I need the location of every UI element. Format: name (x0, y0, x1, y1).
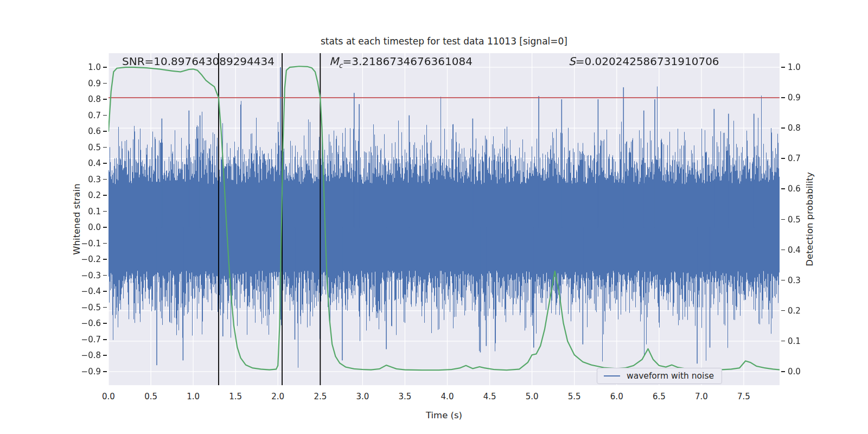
x-tick-label: 2.5 (312, 392, 328, 401)
left-tick-label: 0.0 (80, 222, 101, 232)
left-tick-mark (103, 323, 107, 324)
x-tick-label: 4.5 (482, 392, 498, 401)
right-tick-mark (781, 188, 785, 189)
left-tick-label: −0.9 (80, 367, 101, 376)
legend-line-sample (604, 375, 620, 376)
right-tick-mark (781, 67, 785, 68)
right-tick-label: 0.0 (788, 367, 801, 376)
left-tick-label: 0.4 (80, 158, 101, 168)
x-tick-label: 1.0 (185, 392, 201, 401)
figure: stats at each timestep for test data 110… (0, 0, 868, 434)
legend-label: waveform with noise (627, 371, 714, 381)
chart-canvas (108, 53, 780, 385)
left-tick-label: 0.7 (80, 111, 101, 120)
right-tick-label: 0.4 (788, 245, 801, 255)
right-tick-label: 0.9 (788, 93, 801, 103)
left-tick-label: −0.4 (80, 286, 101, 296)
left-tick-label: 0.1 (80, 207, 101, 216)
left-tick-mark (103, 195, 107, 196)
x-tick-label: 7.0 (693, 392, 710, 401)
right-tick-mark (781, 158, 785, 159)
x-tick-label: 5.5 (566, 392, 583, 401)
x-tick-label: 0.5 (143, 392, 159, 401)
left-tick-mark (103, 355, 107, 356)
left-tick-mark (103, 259, 107, 260)
right-tick-mark (781, 280, 785, 281)
x-tick-label: 5.0 (524, 392, 540, 401)
left-tick-mark (103, 99, 107, 100)
x-tick-label: 3.5 (397, 392, 413, 401)
x-tick-label: 7.5 (736, 392, 752, 401)
left-tick-label: 0.3 (80, 175, 101, 184)
annotation-s-symbol: S (569, 55, 576, 68)
left-tick-mark (103, 211, 107, 212)
annotation-s-stat: S=0.020242586731910706 (569, 55, 719, 68)
chart-title: stats at each timestep for test data 110… (108, 36, 780, 47)
left-tick-label: −0.2 (80, 254, 101, 264)
annotation-mc-value: =3.2186734676361084 (342, 55, 472, 68)
annotation-snr-text: SNR=10.897643089294434 (122, 55, 275, 68)
left-tick-mark (103, 147, 107, 148)
legend: waveform with noise (597, 368, 722, 384)
annotation-s-value: =0.020242586731910706 (576, 55, 719, 68)
right-tick-mark (781, 97, 785, 98)
left-tick-mark (103, 227, 107, 228)
left-tick-label: 1.0 (80, 62, 101, 72)
left-tick-mark (103, 371, 107, 372)
plot-area: SNR=10.897643089294434 Mc=3.218673467636… (108, 53, 780, 385)
annotation-snr: SNR=10.897643089294434 (122, 55, 275, 68)
x-tick-label: 6.5 (651, 392, 667, 401)
x-tick-label: 0.0 (100, 392, 117, 401)
right-tick-label: 0.3 (788, 276, 801, 285)
left-tick-label: 0.6 (80, 126, 101, 136)
x-tick-label: 1.5 (227, 392, 244, 401)
left-tick-mark (103, 179, 107, 180)
left-tick-mark (103, 307, 107, 308)
left-tick-mark (103, 291, 107, 292)
left-tick-mark (103, 83, 107, 84)
x-tick-label: 4.0 (439, 392, 456, 401)
annotation-chirp-mass: Mc=3.2186734676361084 (329, 55, 473, 69)
right-tick-label: 0.6 (788, 184, 801, 194)
left-tick-label: −0.1 (80, 239, 101, 248)
right-tick-mark (781, 250, 785, 251)
right-tick-label: 0.8 (788, 123, 801, 133)
left-tick-mark (103, 275, 107, 276)
left-tick-label: 0.5 (80, 143, 101, 152)
x-tick-label: 3.0 (354, 392, 371, 401)
right-tick-mark (781, 341, 785, 342)
left-tick-mark (103, 67, 107, 68)
left-tick-label: −0.7 (80, 335, 101, 344)
x-axis-label: Time (s) (108, 410, 780, 420)
left-tick-mark (103, 115, 107, 116)
left-tick-label: −0.8 (80, 350, 101, 360)
left-tick-label: 0.8 (80, 94, 101, 104)
x-tick-label: 2.0 (270, 392, 286, 401)
left-tick-label: 0.9 (80, 79, 101, 88)
left-tick-mark (103, 163, 107, 164)
right-tick-label: 0.2 (788, 306, 801, 316)
right-tick-label: 0.5 (788, 215, 801, 225)
right-tick-label: 0.7 (788, 154, 801, 163)
left-tick-mark (103, 243, 107, 244)
left-tick-mark (103, 131, 107, 132)
left-tick-label: 0.2 (80, 190, 101, 200)
y-axis-label-right: Detection probability (805, 172, 815, 266)
right-tick-mark (781, 219, 785, 220)
right-tick-mark (781, 371, 785, 372)
left-tick-mark (103, 339, 107, 340)
right-tick-mark (781, 310, 785, 311)
right-tick-label: 0.1 (788, 336, 801, 346)
annotation-mc-symbol: M (329, 55, 339, 68)
right-tick-mark (781, 127, 785, 129)
left-tick-label: −0.5 (80, 303, 101, 312)
right-tick-label: 1.0 (788, 62, 801, 72)
x-tick-label: 6.0 (609, 392, 625, 401)
left-tick-label: −0.6 (80, 318, 101, 328)
left-tick-label: −0.3 (80, 271, 101, 280)
